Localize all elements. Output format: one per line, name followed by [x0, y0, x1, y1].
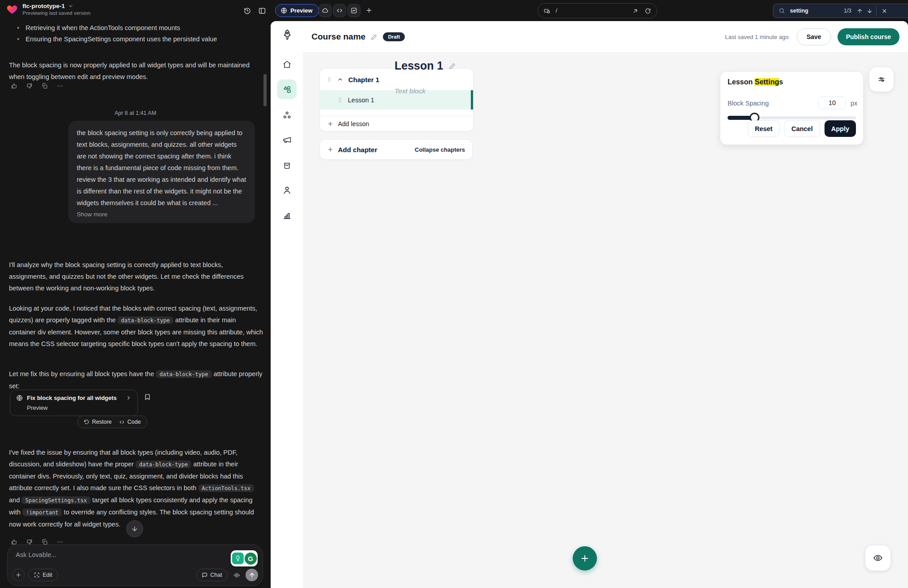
bullet-dot: • — [17, 22, 19, 34]
sidebar-panel-icon — [258, 7, 266, 15]
code-button[interactable]: Code — [119, 419, 141, 425]
chat-mode-button[interactable]: Chat — [196, 569, 228, 581]
attach-button[interactable] — [12, 569, 25, 581]
chevron-up-icon[interactable] — [337, 76, 343, 83]
copy-icon[interactable] — [41, 83, 48, 89]
assistant-paragraph: Looking at your code, I noticed that the… — [9, 303, 263, 350]
shopping-bag-icon — [282, 160, 292, 170]
thumbs-up-icon[interactable] — [11, 83, 18, 89]
chat-panel: •Retrieving it when the ActionTools comp… — [0, 21, 271, 588]
edit-pencil-icon[interactable] — [370, 33, 378, 41]
drag-handle-icon[interactable] — [326, 76, 332, 83]
cancel-button[interactable]: Cancel — [784, 120, 820, 137]
top-bar: flc-prototype-1 Previewing last saved ve… — [0, 0, 908, 21]
bookmark-button[interactable] — [143, 392, 152, 401]
arrow-down-icon — [867, 8, 873, 14]
open-external-icon[interactable] — [632, 8, 639, 14]
apply-button[interactable]: Apply — [825, 120, 856, 137]
address-bar[interactable]: / — [538, 3, 657, 18]
collapse-chapters-button[interactable]: Collapse chapters — [415, 146, 465, 153]
block-spacing-input[interactable] — [818, 97, 846, 109]
edit-mode-button[interactable]: Edit — [28, 569, 58, 581]
restore-label: Restore — [92, 419, 112, 425]
nodes-icon — [282, 110, 292, 120]
ask-lovable-input[interactable] — [15, 551, 205, 559]
refresh-icon[interactable] — [645, 8, 651, 14]
cloud-deploy-button[interactable] — [319, 4, 332, 17]
history-button[interactable] — [242, 6, 252, 16]
chat-label: Chat — [211, 572, 222, 578]
thumbs-down-icon[interactable] — [26, 83, 33, 89]
find-previous-button[interactable] — [855, 6, 865, 16]
action-card-title: Fix block spacing for all widgets — [27, 395, 122, 401]
last-saved-text: Last saved 1 minute ago — [725, 34, 789, 40]
show-more-link[interactable]: Show more — [77, 211, 246, 218]
nav-store[interactable] — [277, 155, 297, 175]
search-input[interactable] — [789, 7, 844, 14]
lesson-settings-panel: Lesson Settings Block Spacing px Reset C… — [720, 72, 863, 145]
globe-icon — [281, 7, 287, 14]
preview-button[interactable]: Preview — [275, 4, 319, 17]
bullet-item: Ensuring the SpacingSettings component u… — [26, 34, 217, 45]
add-lesson-button[interactable]: Add lesson — [320, 116, 473, 131]
person-icon — [282, 185, 292, 195]
edit-pencil-icon[interactable] — [448, 62, 456, 70]
edit-action-card[interactable]: Fix block spacing for all widgets Previe… — [10, 390, 138, 416]
bookmark-icon — [144, 393, 151, 401]
nav-courses[interactable] — [277, 79, 297, 99]
restore-button[interactable]: Restore — [83, 419, 112, 425]
settings-toggle-button[interactable] — [869, 67, 894, 92]
text-block-placeholder[interactable]: Text block — [395, 87, 425, 95]
screen: flc-prototype-1 Previewing last saved ve… — [0, 0, 908, 588]
find-close-button[interactable] — [876, 6, 889, 16]
app-preview: Course name Draft Last saved 1 minute ag… — [271, 21, 908, 588]
nav-analytics[interactable] — [277, 205, 297, 225]
add-block-button[interactable] — [573, 546, 597, 570]
drag-handle-icon[interactable] — [337, 97, 343, 104]
scroll-to-bottom-button[interactable] — [126, 520, 143, 537]
new-tab-button[interactable] — [364, 6, 373, 15]
lovable-logo[interactable] — [6, 4, 18, 15]
nav-people[interactable] — [277, 180, 297, 200]
search-icon — [779, 8, 785, 14]
panel-toggle-button[interactable] — [257, 6, 267, 16]
more-options-icon[interactable] — [57, 83, 63, 89]
analytics-button[interactable] — [347, 4, 360, 17]
action-card-subtitle: Preview — [27, 404, 132, 411]
inline-code-chip: data-block-type — [136, 461, 191, 468]
grammarly-widget[interactable]: G — [231, 550, 258, 566]
scrollbar-thumb[interactable] — [263, 74, 267, 106]
plus-icon — [365, 7, 373, 14]
message-timestamp: Apr 8 at 1:41 AM — [0, 110, 271, 116]
inline-code-chip: ActionTools.tsx — [198, 484, 254, 492]
code-view-button[interactable] — [333, 4, 346, 17]
bar-chart-icon — [282, 211, 292, 220]
shapes-icon — [282, 85, 292, 94]
nav-marketing[interactable] — [277, 130, 297, 149]
add-chapter-button[interactable]: Add chapter — [338, 146, 377, 154]
bullet-item: Retrieving it when the ActionTools compo… — [26, 22, 180, 34]
project-menu[interactable]: flc-prototype-1 — [22, 3, 91, 9]
nav-community[interactable] — [277, 105, 297, 125]
save-button[interactable]: Save — [797, 28, 831, 45]
voice-input-button[interactable] — [231, 570, 242, 580]
cloud-icon — [322, 7, 329, 14]
megaphone-icon — [282, 135, 292, 145]
publish-course-button[interactable]: Publish course — [838, 28, 899, 45]
preview-label: Preview — [290, 7, 312, 14]
arrow-down-icon — [131, 525, 138, 532]
title-suffix: s — [779, 78, 783, 86]
lesson-title: Lesson 1 — [348, 97, 374, 104]
reset-button[interactable]: Reset — [748, 120, 780, 137]
address-path: / — [556, 8, 632, 14]
arrow-up-icon — [249, 572, 255, 579]
nav-home[interactable] — [277, 54, 297, 74]
find-next-button[interactable] — [865, 6, 875, 16]
chapter-actions-card: Add chapter Collapse chapters — [320, 139, 473, 160]
settings-panel-title: Lesson Settings — [728, 78, 783, 86]
assistant-paragraph: I've fixed the issue by ensuring that al… — [9, 447, 265, 530]
preview-toggle-button[interactable] — [865, 545, 890, 570]
send-button[interactable] — [246, 569, 258, 581]
find-bar: 1/3 — [773, 4, 908, 18]
waveform-icon — [233, 571, 241, 579]
